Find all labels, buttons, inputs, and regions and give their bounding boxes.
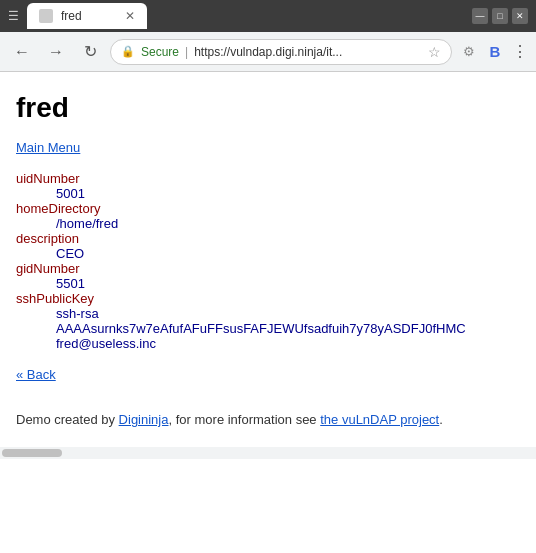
digininja-link[interactable]: Digininja [119, 412, 169, 427]
attributes-table: uidNumber 5001 homeDirectory /home/fred … [16, 171, 520, 351]
minimize-button[interactable]: — [472, 8, 488, 24]
attr-value-uidnumber: 5001 [16, 186, 520, 201]
back-link[interactable]: « Back [16, 367, 520, 382]
page-title: fred [16, 92, 520, 124]
address-bar[interactable]: 🔒 Secure | https://vulndap.digi.ninja/it… [110, 39, 452, 65]
navigation-bar: ← → ↻ 🔒 Secure | https://vulndap.digi.ni… [0, 32, 536, 72]
page-content: fred Main Menu uidNumber 5001 homeDirect… [0, 72, 536, 447]
extension-icons: ⚙ B [458, 41, 506, 63]
url-text: https://vulndap.digi.ninja/it... [194, 45, 422, 59]
forward-button[interactable]: → [42, 38, 70, 66]
main-menu-link[interactable]: Main Menu [16, 140, 520, 155]
tab-favicon [39, 9, 53, 23]
browser-chrome: ☰ fred ✕ — □ ✕ ← → ↻ 🔒 Secure | https://… [0, 0, 536, 72]
bookmark-icon[interactable]: ☆ [428, 44, 441, 60]
lock-icon: 🔒 [121, 45, 135, 58]
browser-icon: ☰ [8, 9, 19, 23]
footer-text-middle: , for more information see [168, 412, 320, 427]
extension-icon-2[interactable]: B [484, 41, 506, 63]
url-separator: | [185, 45, 188, 59]
attr-value-description: CEO [16, 246, 520, 261]
attr-label-homedirectory: homeDirectory [16, 201, 520, 216]
maximize-button[interactable]: □ [492, 8, 508, 24]
attr-label-description: description [16, 231, 520, 246]
attr-value-sshpublickey-email: fred@useless.inc [16, 336, 520, 351]
reload-button[interactable]: ↻ [76, 38, 104, 66]
footer-text-before: Demo created by [16, 412, 119, 427]
browser-tab[interactable]: fred ✕ [27, 3, 147, 29]
browser-menu-button[interactable]: ⋮ [512, 42, 528, 61]
attr-value-sshpublickey-type: ssh-rsa [16, 306, 520, 321]
footer-text-after: . [439, 412, 443, 427]
attr-value-gidnumber: 5501 [16, 276, 520, 291]
attr-label-sshpublickey: sshPublicKey [16, 291, 520, 306]
scrollbar-thumb[interactable] [2, 449, 62, 457]
attr-value-homedirectory: /home/fred [16, 216, 520, 231]
extension-icon-1[interactable]: ⚙ [458, 41, 480, 63]
close-button[interactable]: ✕ [512, 8, 528, 24]
secure-label: Secure [141, 45, 179, 59]
footer: Demo created by Digininja, for more info… [16, 412, 520, 427]
tab-title: fred [61, 9, 82, 23]
horizontal-scrollbar[interactable] [0, 447, 536, 459]
tab-close-button[interactable]: ✕ [125, 9, 135, 23]
attr-value-sshpublickey-key: AAAAsurnks7w7eAfufAFuFFsusFAFJEWUfsadfui… [16, 321, 520, 336]
title-bar: ☰ fred ✕ — □ ✕ [0, 0, 536, 32]
vulndap-link[interactable]: the vuLnDAP project [320, 412, 439, 427]
attr-label-uidnumber: uidNumber [16, 171, 520, 186]
window-controls: — □ ✕ [472, 8, 528, 24]
attr-label-gidnumber: gidNumber [16, 261, 520, 276]
back-button[interactable]: ← [8, 38, 36, 66]
